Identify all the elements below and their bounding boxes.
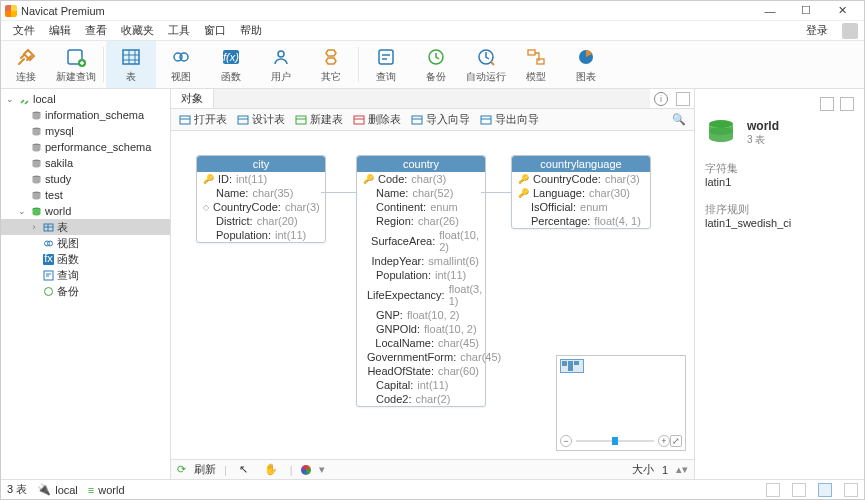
refresh-label[interactable]: 刷新: [194, 462, 216, 477]
menu-favorites[interactable]: 收藏夹: [115, 21, 160, 40]
entity-field[interactable]: Region: char(26): [357, 214, 485, 228]
tree-twist-icon[interactable]: ›: [29, 222, 39, 232]
panel-toggle-icon[interactable]: [676, 92, 690, 106]
tree-functions[interactable]: fx函数: [1, 251, 170, 267]
avatar-icon[interactable]: [842, 23, 858, 39]
refresh-icon[interactable]: ⟳: [177, 463, 186, 476]
entity-header[interactable]: country: [357, 156, 485, 172]
zoom-fit-button[interactable]: ⤢: [670, 435, 682, 447]
zoom-handle[interactable]: [612, 437, 618, 445]
menu-file[interactable]: 文件: [7, 21, 41, 40]
view-list-icon[interactable]: [766, 483, 780, 497]
entity-countrylanguage[interactable]: countrylanguage🔑CountryCode: char(3)🔑Lan…: [511, 155, 651, 229]
objtool-1[interactable]: 设计表: [237, 112, 285, 127]
objtool-5[interactable]: 导出向导: [480, 112, 539, 127]
menu-help[interactable]: 帮助: [234, 21, 268, 40]
toolbar-user[interactable]: 用户: [256, 41, 306, 88]
tree-views[interactable]: 视图: [1, 235, 170, 251]
tree-backups[interactable]: 备份: [1, 283, 170, 299]
toolbar-new-query[interactable]: 新建查询: [51, 41, 101, 88]
login-link[interactable]: 登录: [800, 21, 834, 40]
status-database[interactable]: ≡ world: [88, 484, 125, 496]
tree-database[interactable]: performance_schema: [1, 139, 170, 155]
tree-tables[interactable]: ›表: [1, 219, 170, 235]
menu-window[interactable]: 窗口: [198, 21, 232, 40]
entity-field[interactable]: SurfaceArea: float(10, 2): [357, 228, 485, 254]
entity-field[interactable]: LocalName: char(45): [357, 336, 485, 350]
entity-field[interactable]: Percentage: float(4, 1): [512, 214, 650, 228]
entity-header[interactable]: city: [197, 156, 325, 172]
pointer-tool-icon[interactable]: ↖: [235, 463, 252, 476]
tree-queries[interactable]: 查询: [1, 267, 170, 283]
view-grid-icon[interactable]: [844, 483, 858, 497]
panel-view2-icon[interactable]: [840, 97, 854, 111]
window-maximize-button[interactable]: ☐: [788, 4, 824, 17]
connection-tree[interactable]: ⌄localinformation_schemamysqlperformance…: [1, 89, 171, 479]
entity-field[interactable]: Capital: int(11): [357, 378, 485, 392]
info-toggle-icon[interactable]: i: [654, 92, 668, 106]
tree-connection[interactable]: ⌄local: [1, 91, 170, 107]
objtool-3[interactable]: 删除表: [353, 112, 401, 127]
toolbar-table[interactable]: 表: [106, 41, 156, 88]
zoom-out-button[interactable]: −: [560, 435, 572, 447]
entity-field[interactable]: 🔑ID: int(11): [197, 172, 325, 186]
objtool-0[interactable]: 打开表: [179, 112, 227, 127]
entity-field[interactable]: GNP: float(10, 2): [357, 308, 485, 322]
toolbar-plug[interactable]: 连接: [1, 41, 51, 88]
tree-database[interactable]: information_schema: [1, 107, 170, 123]
status-connection[interactable]: 🔌 local: [37, 483, 78, 496]
panel-view-icon[interactable]: [820, 97, 834, 111]
entity-country[interactable]: country🔑Code: char(3)Name: char(52)Conti…: [356, 155, 486, 407]
view-er-icon[interactable]: [818, 483, 832, 497]
objtool-4[interactable]: 导入向导: [411, 112, 470, 127]
entity-field[interactable]: Name: char(35): [197, 186, 325, 200]
tree-database-open[interactable]: ⌄world: [1, 203, 170, 219]
hand-tool-icon[interactable]: ✋: [260, 463, 282, 476]
tree-database[interactable]: sakila: [1, 155, 170, 171]
entity-header[interactable]: countrylanguage: [512, 156, 650, 172]
objtool-2[interactable]: 新建表: [295, 112, 343, 127]
toolbar-misc[interactable]: 其它: [306, 41, 356, 88]
toolbar-schedule[interactable]: 自动运行: [461, 41, 511, 88]
entity-city[interactable]: city🔑ID: int(11)Name: char(35)◇CountryCo…: [196, 155, 326, 243]
toolbar-model[interactable]: 模型: [511, 41, 561, 88]
search-icon[interactable]: 🔍: [672, 113, 686, 126]
entity-field[interactable]: ◇CountryCode: char(3): [197, 200, 325, 214]
tree-twist-icon[interactable]: ⌄: [5, 94, 15, 104]
toolbar-fx[interactable]: f(x)函数: [206, 41, 256, 88]
menu-edit[interactable]: 编辑: [43, 21, 77, 40]
entity-field[interactable]: LifeExpectancy: float(3, 1): [357, 282, 485, 308]
entity-field[interactable]: District: char(20): [197, 214, 325, 228]
entity-field[interactable]: 🔑Language: char(30): [512, 186, 650, 200]
window-close-button[interactable]: ✕: [824, 4, 860, 17]
tab-objects[interactable]: 对象: [171, 89, 214, 108]
entity-field[interactable]: IndepYear: smallint(6): [357, 254, 485, 268]
entity-field[interactable]: 🔑CountryCode: char(3): [512, 172, 650, 186]
entity-field[interactable]: Population: int(11): [197, 228, 325, 242]
tree-database[interactable]: study: [1, 171, 170, 187]
view-detail-icon[interactable]: [792, 483, 806, 497]
entity-field[interactable]: 🔑Code: char(3): [357, 172, 485, 186]
tree-database[interactable]: test: [1, 187, 170, 203]
zoom-in-button[interactable]: +: [658, 435, 670, 447]
toolbar-view[interactable]: 视图: [156, 41, 206, 88]
entity-field[interactable]: Continent: enum: [357, 200, 485, 214]
entity-field[interactable]: Population: int(11): [357, 268, 485, 282]
tree-database[interactable]: mysql: [1, 123, 170, 139]
entity-field[interactable]: GovernmentForm: char(45): [357, 350, 485, 364]
entity-field[interactable]: HeadOfState: char(60): [357, 364, 485, 378]
tree-twist-icon[interactable]: ⌄: [17, 206, 27, 216]
menu-view[interactable]: 查看: [79, 21, 113, 40]
entity-field[interactable]: IsOfficial: enum: [512, 200, 650, 214]
minimap-viewport[interactable]: [560, 359, 584, 373]
toolbar-query[interactable]: 查询: [361, 41, 411, 88]
entity-field[interactable]: Code2: char(2): [357, 392, 485, 406]
zoom-slider[interactable]: − + ⤢: [560, 435, 682, 447]
diagram-canvas[interactable]: countrylanguage🔑CountryCode: char(3)🔑Lan…: [171, 131, 694, 459]
entity-field[interactable]: Name: char(52): [357, 186, 485, 200]
minimap[interactable]: − + ⤢: [556, 355, 686, 451]
color-tool-icon[interactable]: [301, 465, 311, 475]
window-minimize-button[interactable]: —: [752, 5, 788, 17]
menu-tools[interactable]: 工具: [162, 21, 196, 40]
toolbar-backup[interactable]: 备份: [411, 41, 461, 88]
